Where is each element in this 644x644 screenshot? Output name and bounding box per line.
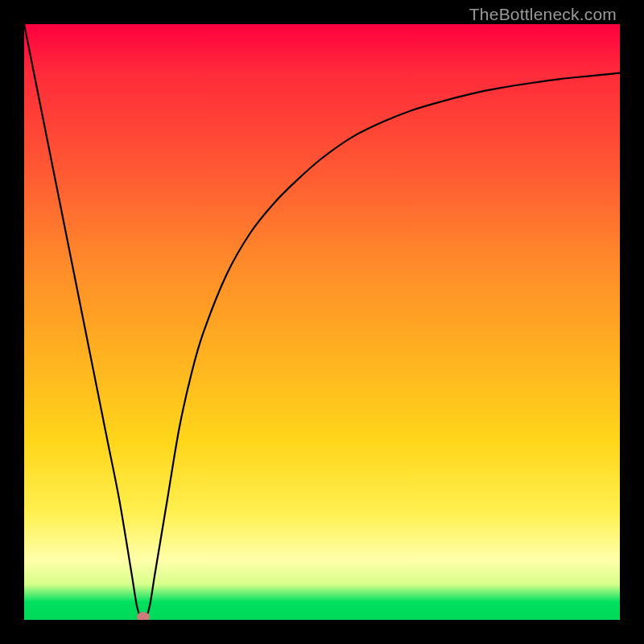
watermark-text: TheBottleneck.com	[469, 5, 617, 24]
chart-frame: TheBottleneck.com	[0, 0, 644, 644]
curve-layer	[24, 24, 620, 620]
plot-area	[24, 24, 620, 620]
bottleneck-curve	[24, 24, 620, 620]
